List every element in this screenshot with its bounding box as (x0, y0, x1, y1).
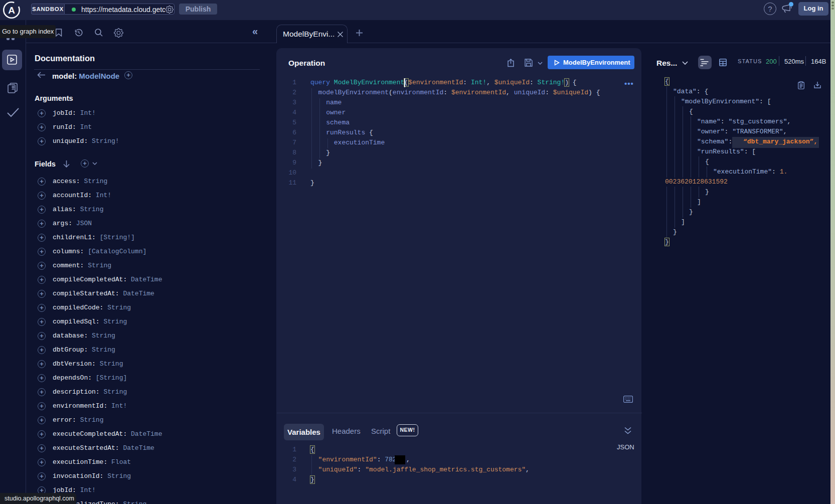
svg-text:A: A (8, 5, 15, 16)
